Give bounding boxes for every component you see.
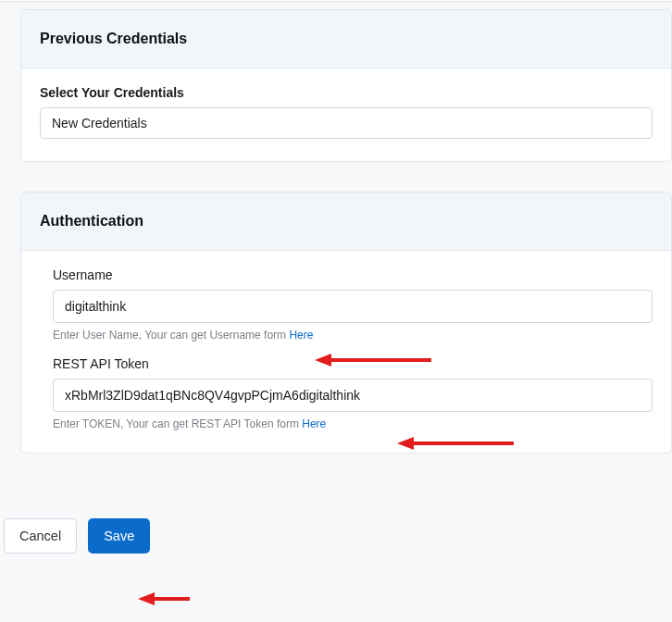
username-label: Username (53, 267, 653, 282)
select-credentials-group: Select Your Credentials New Credentials (40, 85, 653, 139)
select-credentials-label: Select Your Credentials (40, 85, 653, 100)
username-help-link[interactable]: Here (289, 329, 313, 342)
save-button[interactable]: Save (88, 518, 150, 554)
username-input[interactable] (53, 290, 653, 323)
authentication-panel: Authentication Username Enter User Name,… (20, 192, 672, 454)
previous-credentials-panel: Previous Credentials Select Your Credent… (20, 9, 672, 162)
cancel-button[interactable]: Cancel (4, 518, 77, 554)
button-row: Cancel Save (0, 518, 672, 554)
select-credentials-value: New Credentials (52, 116, 147, 131)
select-credentials-input[interactable]: New Credentials (40, 107, 653, 139)
token-help-text: Enter TOKEN, Your can get REST API Token… (53, 417, 302, 430)
authentication-header: Authentication (21, 193, 671, 251)
token-input[interactable] (53, 379, 653, 412)
token-group: REST API Token Enter TOKEN, Your can get… (53, 356, 653, 430)
username-help-text: Enter User Name, Your can get Username f… (53, 329, 289, 342)
arrow-annotation-icon (134, 590, 190, 608)
username-help: Enter User Name, Your can get Username f… (53, 329, 653, 342)
previous-credentials-title: Previous Credentials (40, 31, 653, 47)
svg-marker-5 (138, 592, 155, 605)
username-group: Username Enter User Name, Your can get U… (53, 267, 653, 342)
previous-credentials-header: Previous Credentials (21, 10, 671, 68)
token-label: REST API Token (53, 356, 653, 371)
authentication-title: Authentication (40, 213, 653, 230)
token-help-link[interactable]: Here (302, 417, 326, 430)
token-help: Enter TOKEN, Your can get REST API Token… (53, 417, 653, 430)
